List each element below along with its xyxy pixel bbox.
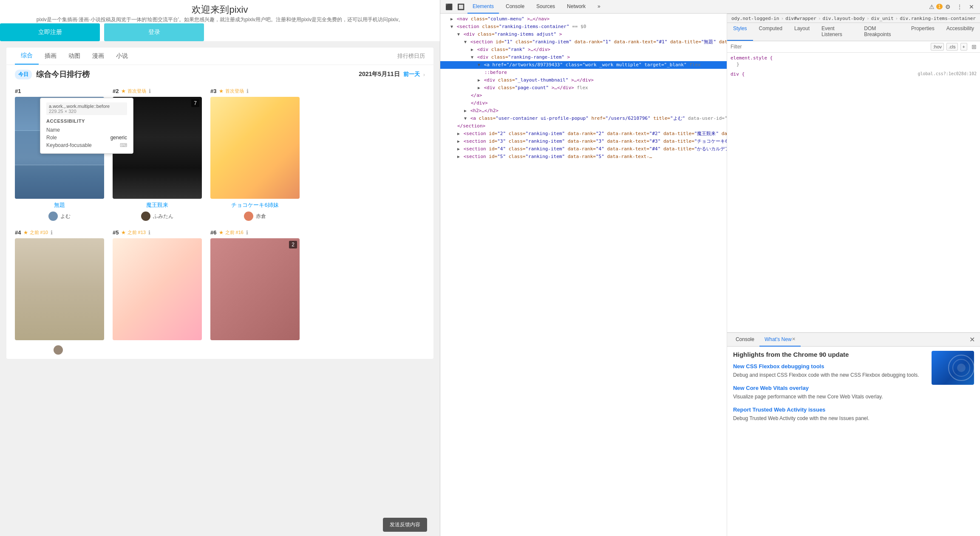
devtools-warning-btn[interactable]: ⚠ 1: [931, 2, 941, 12]
tab-novel[interactable]: 小说: [110, 48, 134, 64]
dom-line-div-rank[interactable]: ▶ <div class="rank" >…</div>: [440, 46, 727, 54]
triangle-section-4[interactable]: ▶: [457, 147, 460, 151]
rank-image-6[interactable]: 2: [210, 238, 300, 340]
triangle-section-5[interactable]: ▶: [457, 154, 460, 159]
triangle-a-work[interactable]: ▼: [478, 62, 480, 67]
styles-filter-input[interactable]: [731, 44, 928, 50]
dom-line-h2[interactable]: ▶ <h2>…</h2>: [440, 107, 727, 115]
filter-hov-btn[interactable]: :hov: [931, 43, 944, 51]
dom-line-div-range[interactable]: ▼ <div class="ranking-range-item" >: [440, 54, 727, 61]
tab-manga[interactable]: 漫画: [86, 48, 110, 64]
breadcrumb-item-3[interactable]: div_unit: [870, 16, 895, 21]
breadcrumb-item-0[interactable]: ody.not-logged-in: [731, 16, 780, 21]
styles-tab-accessibility[interactable]: Accessibility: [940, 23, 980, 41]
dom-attr-class-5-val: "ranking-item": [525, 154, 565, 159]
breadcrumb-item-2[interactable]: div.layout-body: [822, 16, 866, 21]
filter-plus-btn[interactable]: +: [960, 43, 967, 51]
prev-day-link[interactable]: 前一天: [403, 71, 420, 78]
rank-image-3[interactable]: [210, 97, 300, 199]
dom-tag-h2: <h2>…</h2>: [470, 108, 498, 113]
devtools-settings-btn[interactable]: ⚙: [943, 2, 953, 12]
styles-tab-events[interactable]: Event Listeners: [816, 23, 858, 41]
tab-elements[interactable]: Elements: [467, 0, 499, 14]
rank-info-4[interactable]: ℹ: [51, 229, 53, 236]
triangle-section[interactable]: ▼: [450, 24, 453, 29]
tab-console[interactable]: Console: [501, 0, 530, 14]
whatsnew-item-title-2[interactable]: Report Trusted Web Activity issues: [733, 406, 925, 413]
dom-line-section-2[interactable]: ▶ <section id="2" class="ranking-item" d…: [440, 130, 727, 138]
rank-image-5[interactable]: [113, 238, 202, 340]
rank-info-5[interactable]: ℹ: [148, 229, 150, 236]
tab-illustration[interactable]: 插画: [39, 48, 62, 64]
dom-line-close-div[interactable]: </div>: [440, 99, 727, 107]
breadcrumb-item-1[interactable]: div#wrapper: [785, 16, 817, 21]
dom-line-section-4[interactable]: ▶ <section id="4" class="ranking-item" d…: [440, 145, 727, 153]
filter-cls-btn[interactable]: .cls: [946, 43, 958, 51]
tab-sources[interactable]: Sources: [531, 0, 560, 14]
rank-info-6[interactable]: ℹ: [246, 229, 248, 236]
devtools-close-btn[interactable]: ✕: [966, 2, 977, 12]
rank-info-2[interactable]: ℹ: [149, 88, 151, 94]
dom-line-section-ranking[interactable]: ▼ <section class="ranking-items-containe…: [440, 23, 727, 31]
triangle-section-3[interactable]: ▶: [457, 139, 460, 144]
dom-line-close-section[interactable]: </section>: [440, 122, 727, 130]
devtools-more-btn[interactable]: ⋮: [955, 2, 965, 12]
breadcrumb-item-4[interactable]: div.ranking-items-container: [899, 16, 977, 21]
dom-attr-class-pagecount: class=: [498, 85, 515, 90]
styles-tab-layout[interactable]: Layout: [788, 23, 816, 41]
triangle-h2[interactable]: ▶: [464, 108, 467, 113]
whatsnew-close-btn[interactable]: ✕: [792, 336, 796, 342]
whatsnew-item-title-0[interactable]: New CSS Flexbox debugging tools: [733, 363, 925, 370]
triangle-layout[interactable]: ▶: [478, 78, 480, 82]
triangle-nav[interactable]: ▶: [450, 17, 453, 21]
triangle-div-ranking[interactable]: ▼: [457, 32, 460, 37]
triangle-div-rank[interactable]: ▶: [471, 47, 473, 52]
triangle-pagecount[interactable]: ▶: [478, 85, 480, 90]
dom-line-section-1[interactable]: ▼ <section id="1" class="ranking-item" d…: [440, 38, 727, 46]
next-day-icon[interactable]: ›: [423, 71, 425, 78]
tab-animation[interactable]: 动图: [62, 48, 86, 64]
rank-title-2[interactable]: 魔王覲来: [146, 201, 168, 209]
dom-line-section-3[interactable]: ▶ <section id="3" class="ranking-item" d…: [440, 138, 727, 145]
rank-info-3[interactable]: ℹ: [246, 88, 249, 94]
dom-line-section-5[interactable]: ▶ <section id="5" class="ranking-item" d…: [440, 153, 727, 161]
dom-line-div-ranking[interactable]: ▼ <div class="ranking-items adjust" >: [440, 31, 727, 38]
ranking-history-btn[interactable]: 排行榜日历: [397, 52, 425, 60]
dom-line-close-a[interactable]: </a>: [440, 92, 727, 99]
bottom-panel-close-btn[interactable]: ✕: [968, 336, 977, 344]
tab-all[interactable]: 综合: [15, 48, 39, 65]
dom-line-page-count[interactable]: ▶ <div class="page-count" >…</div> flex: [440, 84, 727, 92]
style-source-div[interactable]: global.css?:1ec028d:102: [918, 71, 977, 76]
dom-attr-href-user-val: "/users/6210796": [606, 116, 651, 121]
tab-more[interactable]: »: [592, 0, 606, 14]
devtools-inspect-btn[interactable]: 🔲: [456, 2, 466, 12]
login-button[interactable]: 登录: [104, 23, 204, 41]
dom-line-user-container[interactable]: ▼ <a class="user-container ui-profile-po…: [440, 115, 727, 122]
styles-tab-dom-breakpoints[interactable]: DOM Breakpoints: [858, 23, 905, 41]
triangle-div-range[interactable]: ▼: [471, 55, 473, 59]
styles-tab-styles[interactable]: Styles: [727, 23, 753, 41]
dom-line-a-work[interactable]: ▼ <a href="/artworks/89739433" class="wo…: [440, 61, 727, 69]
devtools-dock-btn[interactable]: ⬛: [444, 2, 454, 12]
rank-image-4[interactable]: [15, 238, 104, 340]
triangle-section-2[interactable]: ▶: [457, 131, 460, 136]
rank-num-1: #1: [15, 88, 21, 94]
rank-title-1[interactable]: 無題: [54, 201, 65, 209]
tab-network[interactable]: Network: [562, 0, 591, 14]
styles-tab-computed[interactable]: Computed: [753, 23, 788, 41]
dom-line-nav[interactable]: ▶ <nav class="column-menu" >…</nav>: [440, 15, 727, 23]
triangle-section-1[interactable]: ▼: [464, 39, 467, 44]
dom-attr-class-5: class=: [509, 154, 526, 159]
bottom-tab-whatsnew[interactable]: What's New ✕: [759, 333, 801, 347]
dom-line-before[interactable]: ::before: [440, 69, 727, 76]
rank-prev-4: ★ 之前 #10: [23, 229, 48, 236]
filter-new-style-btn[interactable]: ⊞: [972, 43, 977, 50]
triangle-user[interactable]: ▼: [464, 116, 467, 121]
dom-line-layout-thumb[interactable]: ▶ <div class="_layout-thumbnail" >…</div…: [440, 76, 727, 84]
styles-tab-properties[interactable]: Properties: [905, 23, 940, 41]
register-button[interactable]: 立即注册: [0, 23, 100, 41]
rank-title-3[interactable]: チョコケーキ6姉妹: [231, 201, 278, 209]
dom-attr-class-2-val: "ranking-item": [525, 131, 565, 136]
whatsnew-item-title-1[interactable]: New Core Web Vitals overlay: [733, 385, 925, 391]
bottom-tab-console[interactable]: Console: [731, 333, 759, 347]
